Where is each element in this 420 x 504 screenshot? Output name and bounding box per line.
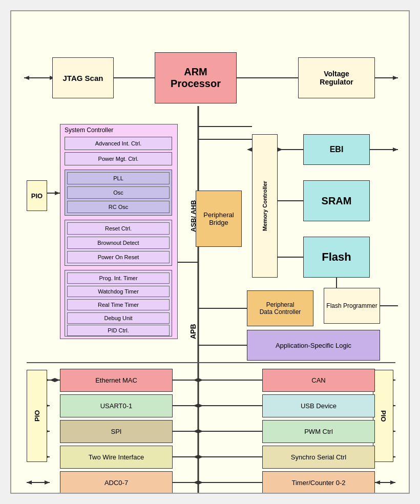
pio-left-top-label: PIO [31, 192, 43, 200]
pio-right-bottom-label: PIO [380, 410, 387, 422]
app-specific-logic-block: Application-Specific Logic [247, 330, 380, 361]
ebi-block: EBI [303, 134, 370, 165]
memory-controller-label: Memory Controller [262, 181, 268, 231]
jtag-scan-label: JTAG Scan [63, 74, 103, 82]
watchdog-block: Watchdog Timer [67, 286, 170, 297]
flash-label: Flash [322, 250, 351, 264]
svg-marker-9 [247, 148, 252, 152]
pio-left-bottom-label: PIO [33, 410, 41, 422]
usart-label: USART0-1 [100, 402, 133, 410]
advanced-int-label: Advanced Int. Ctrl. [95, 140, 142, 146]
spi-block: SPI [60, 420, 173, 443]
real-time-block: Real Time Timer [67, 299, 170, 310]
peripheral-data-ctrl-label: PeripheralData Controller [260, 301, 301, 316]
svg-marker-90 [375, 480, 380, 485]
app-specific-logic-label: Application-Specific Logic [276, 342, 351, 349]
flash-programmer-label: Flash Programmer [326, 302, 377, 309]
ebi-label: EBI [330, 145, 344, 154]
osc-block: Osc [67, 186, 170, 199]
system-controller-label: System Controller [65, 127, 113, 134]
svg-marker-61 [50, 378, 55, 382]
reset-group: Reset Ctrl. Brownout Detect Power On Res… [65, 220, 172, 266]
pio-left-bottom-block: PIO [27, 370, 47, 462]
pid-ctrl-block: PID Ctrl. [67, 325, 170, 336]
svg-marker-52 [193, 429, 198, 433]
osc-label: Osc [113, 190, 123, 196]
real-time-label: Real Time Timer [98, 302, 139, 308]
synchro-block: Synchro Serial Ctrl [262, 446, 375, 469]
pwm-ctrl-label: PWM Ctrl [304, 428, 333, 435]
pid-ctrl-label: PID Ctrl. [108, 327, 129, 333]
svg-marker-60 [55, 378, 60, 382]
synchro-label: Synchro Serial Ctrl [291, 453, 346, 461]
arm-processor-block: ARMProcessor [155, 52, 237, 103]
svg-marker-22 [55, 191, 60, 195]
pll-group: PLL Osc RC Osc [65, 170, 172, 216]
bottom-separator [27, 362, 395, 363]
usb-device-block: USB Device [262, 394, 375, 417]
svg-marker-49 [193, 404, 198, 408]
voltage-regulator-label: VoltageRegulator [320, 70, 353, 86]
adc-label: ADC0-7 [104, 479, 128, 487]
arm-processor-label: ARMProcessor [171, 66, 221, 90]
svg-marker-93 [393, 148, 398, 152]
two-wire-label: Two Wire Interface [89, 453, 144, 461]
svg-marker-42 [198, 480, 203, 485]
flash-programmer-block: Flash Programmer [324, 288, 380, 324]
pio-left-top-block: PIO [27, 180, 47, 211]
power-on-reset-block: Power On Reset [67, 251, 170, 263]
svg-marker-76 [27, 480, 32, 485]
pll-block: PLL [67, 172, 170, 184]
svg-marker-39 [198, 455, 203, 459]
sram-block: SRAM [303, 180, 370, 221]
svg-marker-75 [45, 480, 50, 485]
pio-right-bottom-block: PIO [373, 370, 393, 462]
peripheral-bridge-label: PeripheralBridge [203, 211, 234, 226]
reset-ctrl-block: Reset Ctrl. [67, 222, 170, 235]
voltage-regulator-block: VoltageRegulator [298, 57, 375, 98]
ethernet-mac-block: Ethernet MAC [60, 369, 173, 392]
svg-marker-30 [198, 378, 203, 382]
adc-block: ADC0-7 [60, 471, 173, 494]
svg-marker-58 [193, 480, 198, 485]
svg-marker-36 [198, 429, 203, 433]
brownout-block: Brownout Detect [67, 237, 170, 249]
two-wire-block: Two Wire Interface [60, 446, 173, 469]
ethernet-mac-label: Ethernet MAC [95, 376, 137, 384]
svg-marker-98 [24, 76, 29, 80]
prog-int-timer-block: Prog. Int. Timer [67, 272, 170, 284]
system-controller-outer: System Controller Advanced Int. Ctrl. Po… [60, 124, 178, 339]
spi-label: SPI [111, 428, 122, 435]
timer-counter-block: Timer/Counter 0-2 [262, 471, 375, 494]
debug-block: Debug Unit [67, 312, 170, 324]
svg-marker-33 [198, 404, 203, 408]
can-label: CAN [311, 376, 325, 384]
prog-int-timer-label: Prog. Int. Timer [99, 275, 137, 281]
pwm-ctrl-block: PWM Ctrl [262, 420, 375, 443]
jtag-scan-block: JTAG Scan [52, 57, 114, 98]
timer-group: Prog. Int. Timer Watchdog Timer Real Tim… [65, 270, 172, 337]
flash-block: Flash [303, 237, 370, 278]
usb-device-label: USB Device [301, 402, 337, 410]
svg-marker-45 [193, 378, 198, 382]
sram-label: SRAM [322, 195, 352, 207]
memory-controller-block: Memory Controller [252, 134, 278, 278]
brownout-label: Brownout Detect [97, 240, 139, 246]
svg-marker-91 [390, 480, 395, 485]
rc-osc-label: RC Osc [109, 204, 129, 210]
power-mgt-ctrl-block: Power Mgt. Ctrl. [65, 152, 172, 165]
rc-osc-block: RC Osc [67, 201, 170, 213]
peripheral-data-ctrl-block: PeripheralData Controller [247, 290, 313, 326]
can-block: CAN [262, 369, 375, 392]
watchdog-label: Watchdog Timer [98, 288, 139, 295]
debug-label: Debug Unit [104, 315, 132, 321]
usart-block: USART0-1 [60, 394, 173, 417]
svg-marker-55 [193, 455, 198, 459]
svg-marker-101 [393, 76, 398, 80]
advanced-int-ctrl-block: Advanced Int. Ctrl. [65, 137, 172, 150]
reset-ctrl-label: Reset Ctrl. [105, 225, 132, 232]
peripheral-bridge-block: PeripheralBridge [196, 191, 242, 247]
power-on-reset-label: Power On Reset [98, 254, 139, 260]
power-mgt-label: Power Mgt. Ctrl. [98, 156, 139, 162]
pll-label: PLL [113, 175, 123, 181]
